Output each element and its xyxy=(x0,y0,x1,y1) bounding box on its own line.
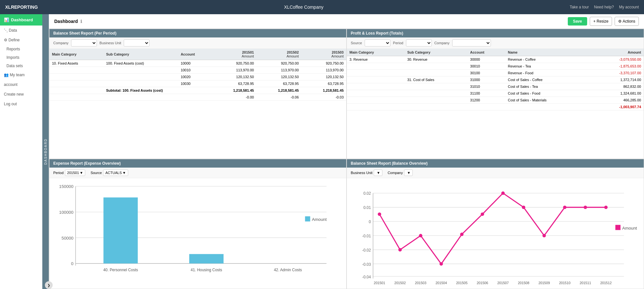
footer-row: -0.00 -0.06 -0.03 xyxy=(49,94,346,101)
pl-main xyxy=(347,77,405,83)
sidebar-item-data[interactable]: ⋱ Data ❯ xyxy=(0,26,49,35)
balance-sheet-panel: Balance Sheet Report (Per Period) Compan… xyxy=(49,29,347,159)
svg-text:-0.04: -0.04 xyxy=(362,275,371,279)
bar-chart-svg: 150000 100000 50000 0 xyxy=(52,181,344,286)
subtotal-row: Subtotal: 100. Fixed Assets (cost) 1,218… xyxy=(49,87,346,94)
source-filter-label: Source xyxy=(90,171,102,175)
subtotal-label: Subtotal: 100. Fixed Assets (cost) xyxy=(103,87,212,94)
svg-text:201501: 201501 xyxy=(374,281,385,285)
pl-col-amount: Amount xyxy=(591,49,644,56)
chart-dot-8 xyxy=(522,206,525,209)
balance-sheet-header: Balance Sheet Report (Per Period) xyxy=(49,29,346,37)
pl-sub: 31. Cost of Sales xyxy=(405,77,468,83)
pl-name: Cost of Sales - Coffee xyxy=(505,77,591,83)
bs-v3: 120,132.50 xyxy=(301,74,346,80)
period-select[interactable] xyxy=(406,39,432,46)
bar-housing xyxy=(189,254,223,263)
pl-name: Revenue - Tea xyxy=(505,63,591,70)
pl-amount: 862,832.00 xyxy=(591,83,644,90)
chart-dot-9 xyxy=(543,234,546,237)
chart-dot-5 xyxy=(460,232,464,236)
dashboard-header: Dashboard ℹ Save + Resize ⚙ Actions xyxy=(49,14,644,29)
sidebar-item-define[interactable]: ⚙ Define ❯ xyxy=(0,35,49,45)
app-title: XLCoffee Company xyxy=(284,5,324,10)
sidebar-collapse-button[interactable]: ❯ xyxy=(45,281,53,289)
company-select[interactable] xyxy=(71,39,97,46)
table-row: 10010 113,970.00 113,970.00 113,970.00 xyxy=(49,67,346,74)
balance-overview-panel: Balance Sheet Report (Balance Overview) … xyxy=(347,159,644,289)
pl-footer-row: -1,003,907.74 xyxy=(347,104,644,110)
pl-sub xyxy=(405,83,468,90)
business-unit-select[interactable] xyxy=(124,39,150,46)
pl-name: Cost of Sales - Tea xyxy=(505,83,591,90)
svg-text:201512: 201512 xyxy=(600,281,612,285)
bs-v3: 63,728.95 xyxy=(301,80,346,87)
sidebar-item-imports[interactable]: Imports xyxy=(0,53,49,62)
svg-text:201502: 201502 xyxy=(394,281,406,285)
bs-v1: 113,970.00 xyxy=(212,67,256,74)
dropdown-arrow-icon-4: ▼ xyxy=(407,171,410,175)
company-select-pl[interactable] xyxy=(452,39,491,46)
sidebar-item-datasets[interactable]: Data sets xyxy=(0,62,49,70)
my-account-link[interactable]: My account xyxy=(619,5,639,9)
pl-amount: -1,875,653.00 xyxy=(591,63,644,70)
chart-dot-4 xyxy=(440,262,443,266)
sidebar-item-reports[interactable]: Reports xyxy=(0,45,49,53)
svg-text:201503: 201503 xyxy=(415,281,427,285)
bs-v2: 113,970.00 xyxy=(256,67,301,74)
col-sub-category: Sub Category xyxy=(103,49,178,60)
bs-main-cat xyxy=(49,67,103,74)
dashboard-icon: 📊 xyxy=(4,17,9,22)
sidebar-item-myaccount[interactable]: account xyxy=(0,80,49,89)
main-content: Dashboard ℹ Save + Resize ⚙ Actions Bala… xyxy=(49,14,644,289)
profit-loss-table: Main Category Sub Category Account Name … xyxy=(347,49,644,110)
pl-account: 31100 xyxy=(468,90,505,97)
business-unit-label: Business Unit xyxy=(99,41,121,45)
pl-amount: 466,285.00 xyxy=(591,97,644,104)
table-row: 10030 63,728.95 63,728.95 63,728.95 xyxy=(49,80,346,87)
bs-v2: 120,132.50 xyxy=(256,74,301,80)
pl-amount: -3,079,550.00 xyxy=(591,56,644,63)
pl-col-name: Name xyxy=(505,49,591,56)
need-help-link[interactable]: Need help? xyxy=(594,5,614,9)
sidebar-reports-label: Reports xyxy=(6,47,20,51)
bs-sub-cat xyxy=(103,67,178,74)
svg-text:0.02: 0.02 xyxy=(363,191,371,196)
bu-dropdown[interactable]: ▼ xyxy=(374,170,382,176)
take-tour-link[interactable]: Take a tour xyxy=(570,5,589,9)
sidebar-item-myteam[interactable]: 👥 My team ❯ xyxy=(0,70,49,80)
pl-account: 31000 xyxy=(468,77,505,83)
bs-v2: 63,728.95 xyxy=(256,80,301,87)
pl-col-sub: Sub Category xyxy=(405,49,468,56)
pl-col-main: Main Category xyxy=(347,49,405,56)
sidebar-item-logout[interactable]: Log out xyxy=(0,99,49,109)
resize-button[interactable]: + Resize xyxy=(590,17,612,26)
sidebar-item-dashboard[interactable]: 📊 Dashboard xyxy=(0,14,49,26)
sidebar-createnew-label: Create new xyxy=(4,92,24,97)
source-select[interactable] xyxy=(365,39,390,46)
table-row: 3. Revenue 30. Revenue 30000 Revenue - C… xyxy=(347,56,644,63)
balance-sheet-table-container: Main Category Sub Category Account 20150… xyxy=(49,49,346,159)
sidebar-logout-label: Log out xyxy=(4,102,17,106)
pl-account: 31010 xyxy=(468,83,505,90)
period-dropdown[interactable]: 201501 ▼ xyxy=(65,170,86,176)
pl-main xyxy=(347,90,405,97)
bs-main-cat xyxy=(49,74,103,80)
source-dropdown[interactable]: ACTUALS ▼ xyxy=(103,170,128,176)
sidebar-myteam-label: 👥 My team xyxy=(4,73,25,77)
col-201503: 201503Amount xyxy=(301,49,346,60)
period-label: Period xyxy=(393,41,403,45)
save-button[interactable]: Save xyxy=(568,17,587,26)
sidebar-item-createnew[interactable]: Create new xyxy=(0,89,49,99)
col-account: Account xyxy=(178,49,212,60)
profit-loss-header: Profit & Loss Report (Totals) xyxy=(347,29,644,37)
actions-button[interactable]: ⚙ Actions xyxy=(615,17,639,26)
expense-report-header: Expense Report (Expense Overview) xyxy=(49,159,346,168)
panels-grid: Balance Sheet Report (Per Period) Compan… xyxy=(49,29,644,289)
company-filter-bo: Company ▼ xyxy=(388,170,413,176)
pl-amount: 1,324,681.00 xyxy=(591,90,644,97)
profit-loss-table-container: Main Category Sub Category Account Name … xyxy=(347,49,644,159)
sidebar-data-label: ⋱ Data xyxy=(4,28,17,33)
pl-name: Cost of Sales - Food xyxy=(505,90,591,97)
company-dropdown-bo[interactable]: ▼ xyxy=(404,170,413,176)
